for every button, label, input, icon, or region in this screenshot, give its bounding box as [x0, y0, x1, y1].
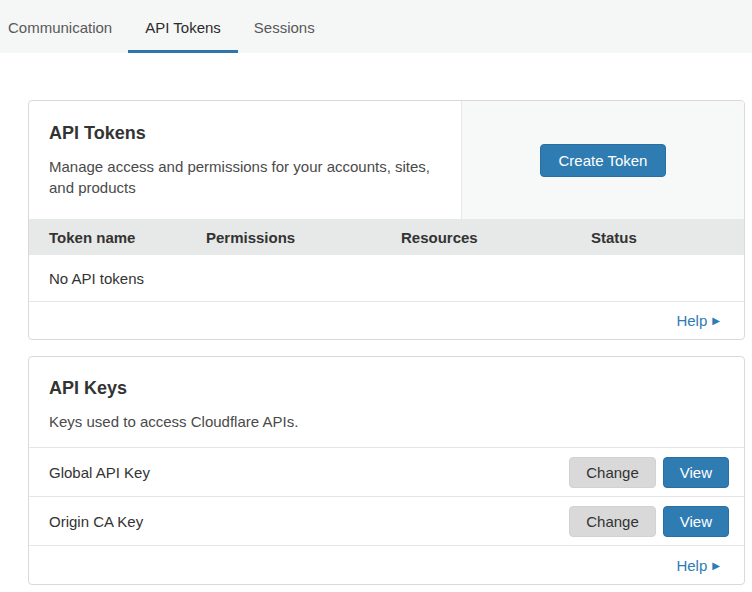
origin-ca-key-view-button[interactable]: View: [663, 506, 729, 537]
key-name-label: Origin CA Key: [49, 513, 143, 530]
api-tokens-title: API Tokens: [49, 123, 441, 144]
api-tokens-card-header-actions: Create Token: [461, 101, 744, 219]
global-api-key-change-button[interactable]: Change: [569, 457, 656, 488]
api-keys-title: API Keys: [49, 378, 724, 399]
tokens-empty-state: No API tokens: [29, 255, 744, 302]
api-keys-card: API Keys Keys used to access Cloudflare …: [28, 356, 745, 585]
key-name-label: Global API Key: [49, 464, 150, 481]
tokens-help-link-label: Help: [676, 312, 707, 329]
api-tokens-description: Manage access and permissions for your a…: [49, 156, 439, 198]
tokens-card-footer: Help ▶: [29, 302, 744, 339]
origin-ca-key-change-button[interactable]: Change: [569, 506, 656, 537]
page-content: API Tokens Manage access and permissions…: [0, 53, 752, 585]
api-keys-description: Keys used to access Cloudflare APIs.: [49, 411, 439, 432]
api-tokens-card-header: API Tokens Manage access and permissions…: [29, 101, 744, 219]
api-keys-card-header: API Keys Keys used to access Cloudflare …: [29, 357, 744, 447]
key-row-actions: Change View: [569, 457, 729, 488]
help-arrow-icon: ▶: [712, 560, 720, 571]
column-header-resources: Resources: [401, 229, 591, 246]
tab-communication[interactable]: Communication: [8, 0, 112, 53]
column-header-status: Status: [591, 229, 744, 246]
keys-card-footer: Help ▶: [29, 545, 744, 584]
column-header-token-name: Token name: [29, 229, 206, 246]
tab-sessions[interactable]: Sessions: [254, 0, 315, 53]
key-row-actions: Change View: [569, 506, 729, 537]
tab-bar: Communication API Tokens Sessions: [0, 0, 752, 53]
tokens-help-link[interactable]: Help ▶: [676, 312, 720, 329]
api-tokens-card-header-text: API Tokens Manage access and permissions…: [29, 101, 461, 219]
column-header-permissions: Permissions: [206, 229, 401, 246]
create-token-button[interactable]: Create Token: [540, 144, 667, 177]
key-row-origin-ca-key: Origin CA Key Change View: [29, 496, 744, 545]
key-row-global-api-key: Global API Key Change View: [29, 447, 744, 496]
tab-api-tokens[interactable]: API Tokens: [145, 0, 221, 53]
help-arrow-icon: ▶: [712, 315, 720, 326]
tokens-table-header: Token name Permissions Resources Status: [29, 219, 744, 255]
keys-help-link-label: Help: [676, 557, 707, 574]
api-tokens-card: API Tokens Manage access and permissions…: [28, 100, 745, 340]
global-api-key-view-button[interactable]: View: [663, 457, 729, 488]
keys-help-link[interactable]: Help ▶: [676, 557, 720, 574]
